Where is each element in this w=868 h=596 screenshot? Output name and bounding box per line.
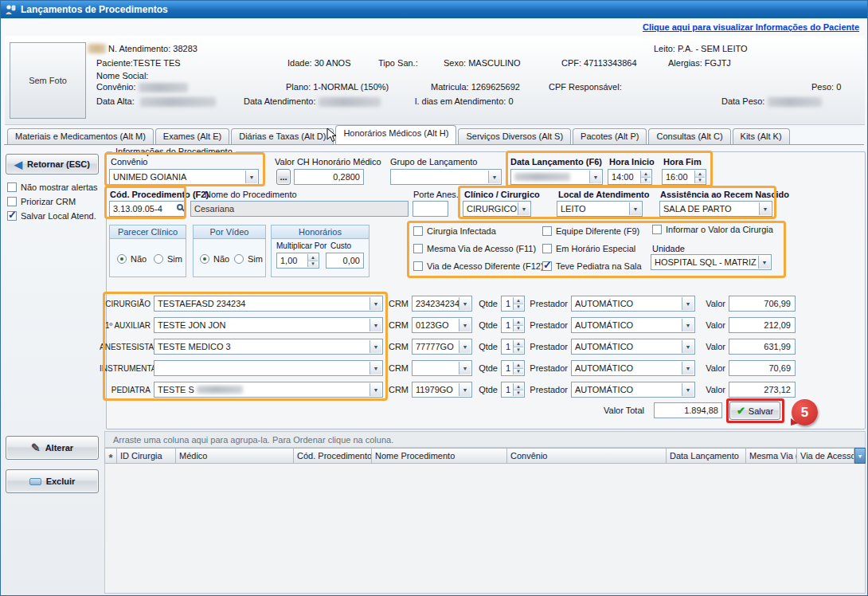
qtde-spinner[interactable]: 1▲▼ (501, 296, 525, 312)
data-lancamento-combo[interactable] (510, 169, 603, 185)
browse-button[interactable]: ... (276, 169, 291, 185)
medico-combo[interactable]: TESTE S (154, 382, 383, 398)
spinner-arrows-icon[interactable]: ▲▼ (513, 383, 523, 396)
local-atendimento-combo[interactable]: LEITO (557, 201, 643, 217)
chevron-down-icon[interactable] (459, 297, 471, 310)
informar-valor-checkbox[interactable]: Informar o Valor da Cirurgia (652, 225, 773, 234)
chevron-down-icon[interactable] (682, 319, 694, 331)
qtde-spinner[interactable]: 1▲▼ (501, 339, 525, 355)
chevron-down-icon[interactable] (459, 319, 471, 331)
tab-kits[interactable]: Kits (Alt K) (733, 128, 790, 144)
checkbox-box[interactable] (413, 244, 423, 253)
nao-mostrar-alertas-checkbox[interactable]: Não mostrar alertas (7, 182, 98, 192)
search-icon[interactable] (177, 204, 183, 210)
tab-materiais[interactable]: Materiais e Medicamentos (Alt M) (7, 128, 154, 144)
radio-circle[interactable] (234, 254, 244, 264)
crm-combo[interactable]: 77777GO (412, 339, 472, 355)
tab-exames[interactable]: Exames (Alt E) (155, 128, 229, 144)
alterar-button[interactable]: ✎ Alterar (6, 436, 99, 460)
porte-anes-input[interactable] (412, 201, 448, 217)
tab-consultas[interactable]: Consultas (Alt C) (648, 128, 730, 144)
chevron-down-icon[interactable] (459, 362, 471, 374)
assistencia-combo[interactable]: SALA DE PARTO (659, 201, 772, 217)
radio-circle[interactable] (117, 254, 127, 264)
prestador-combo[interactable]: AUTOMÁTICO (571, 317, 695, 333)
spinner-arrows-icon[interactable]: ▲▼ (694, 171, 705, 183)
qtde-spinner[interactable]: 1▲▼ (501, 360, 525, 376)
chevron-down-icon[interactable] (759, 202, 771, 215)
column-header-data-lancamento[interactable]: Data Lançamento (667, 448, 746, 464)
spinner-arrows-icon[interactable]: ▲▼ (513, 362, 523, 374)
chevron-down-icon[interactable] (629, 202, 641, 215)
column-header-nome-procedimento[interactable]: Nome Procedimento (372, 448, 507, 464)
column-header-medico[interactable]: Médico (176, 448, 294, 464)
prestador-combo[interactable]: AUTOMÁTICO (571, 360, 695, 376)
radio-circle[interactable] (154, 254, 163, 264)
medico-combo[interactable]: TESTE MEDICO 3 (154, 339, 383, 355)
chevron-down-icon[interactable] (589, 171, 601, 183)
spinner-arrows-icon[interactable]: ▲▼ (307, 254, 318, 267)
chevron-down-icon[interactable] (459, 383, 471, 396)
radio-circle[interactable] (200, 254, 209, 264)
chevron-down-icon[interactable] (369, 319, 381, 331)
clinico-cirurgico-combo[interactable]: CIRURGICO (463, 201, 531, 217)
crm-combo[interactable] (412, 360, 472, 376)
checkbox-box[interactable] (7, 197, 17, 206)
convenio-combo[interactable]: UNIMED GOIANIA (109, 169, 259, 185)
cirurgia-infectada-checkbox[interactable]: Cirurgia Infectada (413, 226, 496, 236)
tab-diarias[interactable]: Diárias e Taxas (Alt D) (231, 128, 334, 144)
tab-pacotes[interactable]: Pacotes (Alt P) (573, 128, 647, 144)
checkbox-box[interactable] (542, 244, 552, 253)
column-header-cod-procedimento[interactable]: Cód. Procedimento (294, 448, 372, 464)
column-header-mesma-via[interactable]: Mesma Via ( (746, 448, 797, 464)
grid-scroll-button[interactable]: ▼ (854, 448, 866, 464)
patient-info-link[interactable]: Clique aqui para visualizar Informações … (643, 22, 859, 32)
column-header-via-de-acesso[interactable]: Via de Acesso (797, 448, 854, 464)
mesma-via-checkbox[interactable]: Mesma Via de Acesso (F11) (413, 244, 536, 253)
video-sim-radio[interactable]: Sim (234, 254, 263, 264)
chevron-down-icon[interactable] (682, 297, 694, 310)
prestador-combo[interactable]: AUTOMÁTICO (571, 382, 695, 398)
chevron-down-icon[interactable] (245, 171, 257, 183)
hora-fim-spinner[interactable]: 16:00 ▲▼ (662, 169, 706, 185)
valor-ch-input[interactable]: 0,2800 (294, 169, 364, 185)
valor-input[interactable]: 706,99 (729, 296, 796, 312)
chevron-down-icon[interactable] (369, 340, 381, 353)
horario-especial-checkbox[interactable]: Em Horário Especial (542, 244, 635, 253)
checkbox-box[interactable] (413, 226, 423, 236)
multiplicar-spinner[interactable]: 1,00 ▲▼ (276, 253, 319, 269)
checkbox-box[interactable] (652, 225, 662, 234)
chevron-down-icon[interactable] (369, 362, 381, 374)
crm-combo[interactable]: 0123GO (412, 317, 472, 333)
teve-pediatra-checkbox[interactable]: Teve Pediatra na Sala (542, 261, 642, 271)
chevron-down-icon[interactable] (369, 383, 381, 396)
parecer-sim-radio[interactable]: Sim (154, 254, 182, 264)
qtde-spinner[interactable]: 1▲▼ (501, 382, 525, 398)
chevron-down-icon[interactable] (369, 297, 381, 310)
grupo-lancamento-combo[interactable] (390, 169, 502, 185)
valor-input[interactable]: 212,09 (729, 317, 796, 333)
unidade-combo[interactable]: HOSPITAL SQL - MATRIZ (651, 254, 772, 270)
column-header-convenio[interactable]: Convênio (507, 448, 667, 464)
medico-combo[interactable] (154, 360, 383, 376)
medico-combo[interactable]: TESTAEFASD 234234 (154, 296, 383, 312)
spinner-arrows-icon[interactable]: ▲▼ (640, 171, 651, 183)
chevron-down-icon[interactable] (682, 362, 694, 374)
via-acesso-diferente-checkbox[interactable]: Via de Acesso Diferente (F12) (413, 261, 544, 271)
spinner-arrows-icon[interactable]: ▲▼ (513, 340, 523, 353)
qtde-spinner[interactable]: 1▲▼ (501, 317, 525, 333)
checkbox-box[interactable] (7, 182, 17, 192)
chevron-down-icon[interactable] (682, 340, 694, 353)
tab-honorarios-medicos[interactable]: Honorários Médicos (Alt H) (335, 125, 456, 144)
equipe-diferente-checkbox[interactable]: Equipe Diferente (F9) (542, 226, 639, 236)
salvar-local-atend-checkbox[interactable]: Salvar Local Atend. (7, 211, 96, 221)
grid-group-by-bar[interactable]: Arraste uma coluna aqui para agrupa-la. … (104, 431, 866, 448)
spinner-arrows-icon[interactable]: ▲▼ (513, 297, 523, 310)
hora-inicio-spinner[interactable]: 14:00 ▲▼ (608, 169, 652, 185)
checkbox-box[interactable] (542, 261, 552, 271)
excluir-button[interactable]: Excluir (6, 469, 99, 493)
cod-procedimento-input[interactable]: 3.13.09.05-4 (109, 201, 186, 217)
checkbox-box[interactable] (413, 261, 423, 271)
chevron-down-icon[interactable] (488, 171, 500, 183)
tab-servicos[interactable]: Serviços Diversos (Alt S) (458, 128, 571, 144)
